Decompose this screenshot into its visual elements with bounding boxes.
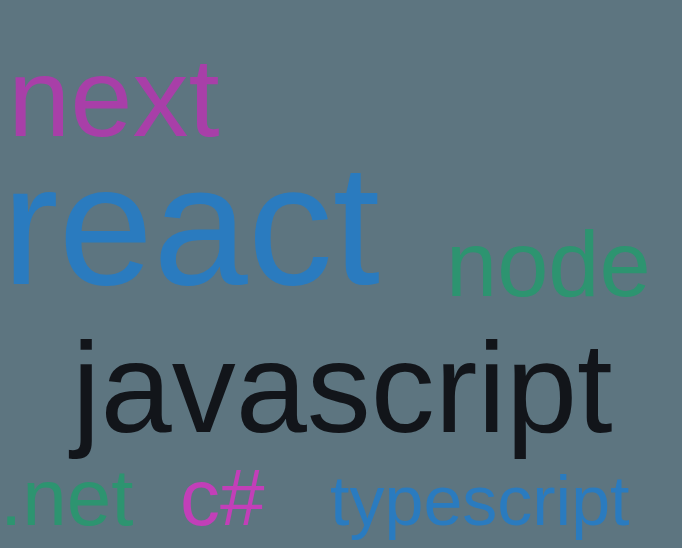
word-typescript: typescript <box>330 466 630 536</box>
word-javascript: javascript <box>72 324 613 452</box>
word-node: node <box>446 218 651 310</box>
word-csharp: c# <box>180 458 265 538</box>
word-dotnet: .net <box>0 458 133 538</box>
word-react: react <box>2 140 380 310</box>
